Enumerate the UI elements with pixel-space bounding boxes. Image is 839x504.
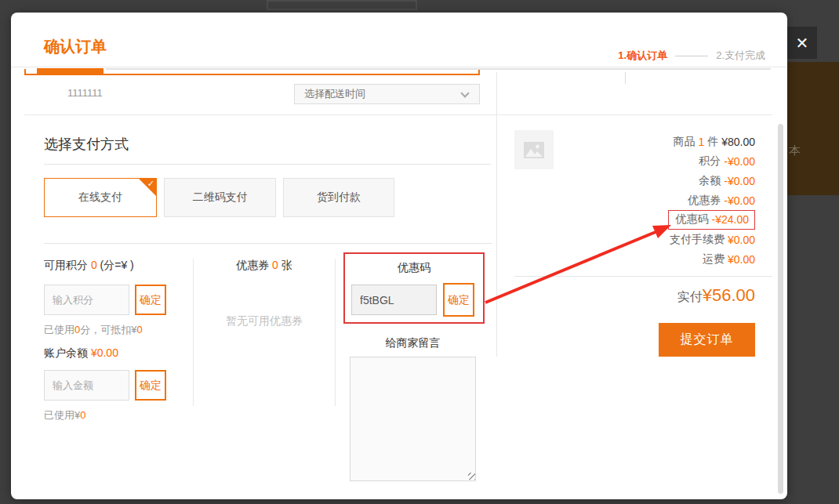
- delivery-time-select-label: 选择配送时间: [304, 87, 365, 101]
- points-confirm-button[interactable]: 确定: [135, 285, 166, 315]
- merchant-message-textarea[interactable]: [350, 357, 476, 481]
- close-button[interactable]: ✕: [787, 27, 817, 59]
- summary-row-points: 积分-¥0.00: [502, 151, 755, 171]
- close-icon: ✕: [796, 34, 809, 53]
- order-number: 1111111: [67, 87, 103, 99]
- textarea-resize-handle[interactable]: [468, 473, 475, 480]
- scrolled-border-fragment: [24, 69, 26, 75]
- submit-order-button[interactable]: 提交订单: [659, 323, 755, 357]
- summary-item-row: 商品 1 件¥80.00: [502, 132, 755, 151]
- coupon-empty-text: 暂无可用优惠券: [194, 314, 335, 328]
- chevron-down-icon: [460, 89, 469, 97]
- tab-cash-on-delivery[interactable]: 货到付款: [283, 178, 394, 217]
- checkout-steps: 1.确认订单 2.支付完成: [618, 49, 765, 63]
- balance-label: 账户余额: [44, 346, 88, 359]
- step-payment-complete: 2.支付完成: [716, 49, 765, 63]
- heading-divider: [44, 164, 491, 165]
- balance-value: ¥0.00: [91, 346, 118, 359]
- summary-row-coupon: 优惠券-¥0.00: [502, 190, 755, 210]
- points-label: 可用积分: [44, 259, 88, 271]
- delivery-time-select[interactable]: 选择配送时间: [294, 84, 480, 104]
- balance-confirm-button[interactable]: 确定: [135, 370, 166, 401]
- points-value: 0: [91, 259, 97, 271]
- points-available-line: 可用积分 0 (分=¥ ): [44, 259, 134, 273]
- total-label: 实付: [677, 290, 703, 303]
- summary-row-fee: 支付手续费¥0.00: [502, 230, 755, 249]
- balance-input[interactable]: [44, 370, 129, 401]
- background-element-fragment: [267, 0, 417, 10]
- scrolled-border-fragment: [24, 74, 480, 75]
- section-divider: [24, 114, 772, 115]
- promo-code-highlight-box: 优惠码 确定: [343, 252, 485, 324]
- payment-method-heading: 选择支付方式: [44, 135, 129, 154]
- balance-used-note: 已使用¥0: [44, 408, 85, 422]
- section-divider: [44, 243, 492, 244]
- promo-confirm-button[interactable]: 确定: [443, 283, 474, 317]
- summary-row-balance: 余额-¥0.00: [502, 171, 755, 190]
- merchant-message-label: 给商家留言: [350, 336, 476, 350]
- check-icon: ✓: [147, 179, 154, 189]
- promo-code-heading: 优惠码: [345, 261, 483, 275]
- balance-line: 账户余额 ¥0.00: [44, 346, 118, 361]
- confirm-order-dialog: 确认订单 1.确认订单 2.支付完成 1111111 选择配送时间 选择支付方式…: [11, 13, 787, 499]
- scrolled-border-fragment: [478, 69, 480, 75]
- points-input[interactable]: [44, 285, 129, 315]
- step-confirm-order: 1.确认订单: [618, 49, 667, 63]
- background-brown-panel: 文本: [787, 62, 839, 195]
- dialog-title: 确认订单: [44, 36, 107, 57]
- total-line: 实付¥56.00: [502, 285, 755, 306]
- tab-cash-on-delivery-label: 货到付款: [317, 190, 361, 205]
- table-column-divider: [625, 72, 626, 84]
- column-divider: [335, 259, 336, 406]
- points-used-note: 已使用0分，可抵扣¥0: [44, 323, 143, 337]
- summary-row-shipping: 运费¥0.00: [502, 249, 755, 269]
- tab-online-payment-label: 在线支付: [78, 190, 122, 205]
- total-value: ¥56.00: [703, 285, 755, 305]
- promo-code-input[interactable]: [351, 285, 437, 315]
- tab-qrcode-payment[interactable]: 二维码支付: [164, 178, 276, 217]
- scrolled-table-border: [106, 68, 771, 70]
- points-note: (分=¥ ): [100, 259, 134, 271]
- summary-divider: [514, 276, 772, 277]
- scrollbar-thumb[interactable]: [778, 124, 783, 494]
- step-divider: [675, 56, 708, 56]
- header-divider: [11, 67, 787, 67]
- promo-amount-highlight-box: 优惠码-¥24.00: [668, 210, 755, 230]
- main-column-divider: [496, 72, 497, 357]
- summary-row-promo-code: 优惠码-¥24.00: [502, 210, 755, 230]
- column-divider: [193, 259, 194, 406]
- order-summary: 商品 1 件¥80.00 积分-¥0.00 余额-¥0.00 优惠券-¥0.00…: [502, 132, 755, 269]
- background-text: 文本: [787, 143, 802, 158]
- tab-qrcode-payment-label: 二维码支付: [193, 190, 248, 205]
- coupon-heading: 优惠券 0 张: [194, 259, 335, 273]
- tab-online-payment[interactable]: 在线支付 ✓: [44, 178, 157, 217]
